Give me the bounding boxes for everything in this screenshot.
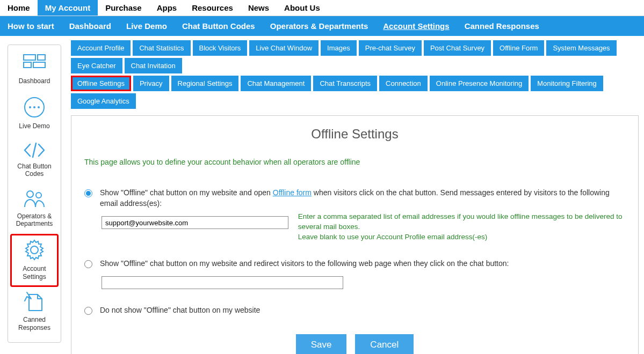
tab-chat-management[interactable]: Chat Management xyxy=(241,76,311,91)
topnav-resources[interactable]: Resources xyxy=(184,0,241,16)
operators-departments-icon xyxy=(10,189,59,209)
tab-block-visitors[interactable]: Block Visitors xyxy=(193,40,248,56)
sidebar-item-label: Operators & Departments xyxy=(10,212,59,228)
sub-nav: How to startDashboardLive DemoChat Butto… xyxy=(0,16,644,36)
topnav-apps[interactable]: Apps xyxy=(149,0,185,16)
tab-regional-settings[interactable]: Regional Settings xyxy=(171,76,239,91)
tab-chat-invitation[interactable]: Chat Invitation xyxy=(125,58,182,73)
account-settings-icon xyxy=(12,238,56,262)
svg-rect-2 xyxy=(24,62,31,68)
tab-post-chat-survey[interactable]: Post Chat Survey xyxy=(424,40,491,56)
option-redirect: Show "Offline" chat button on my website… xyxy=(84,259,625,269)
sidebar-item-operators-departments[interactable]: Operators & Departments xyxy=(8,185,61,234)
offline-settings-panel: Offline Settings This page allows you to… xyxy=(71,115,639,354)
content-area: Account ProfileChat StatisticsBlock Visi… xyxy=(66,40,644,354)
topnav-news[interactable]: News xyxy=(241,0,277,16)
subnav-live-demo[interactable]: Live Demo xyxy=(119,16,175,36)
tab-google-analytics[interactable]: Google Analytics xyxy=(71,93,136,109)
svg-point-10 xyxy=(31,246,38,254)
email-hint: Enter a comma separated list of email ad… xyxy=(298,212,625,242)
sidebar-item-canned-responses[interactable]: Canned Responses xyxy=(8,287,61,338)
option-offline-form-label: Show "Offline" chat button on my website… xyxy=(100,188,625,209)
option-redirect-label: Show "Offline" chat button on my website… xyxy=(100,259,625,269)
sidebar: DashboardLive DemoChat Button CodesOpera… xyxy=(8,45,61,343)
sidebar-item-dashboard[interactable]: Dashboard xyxy=(8,49,61,91)
settings-tabs-row1: Account ProfileChat StatisticsBlock Visi… xyxy=(71,40,639,73)
offline-form-link[interactable]: Offline form xyxy=(273,188,312,197)
tab-online-presence-monitoring[interactable]: Online Presence Monitoring xyxy=(430,76,529,91)
svg-point-7 xyxy=(38,106,40,108)
svg-point-6 xyxy=(33,106,35,108)
tab-images[interactable]: Images xyxy=(321,40,357,56)
tab-connection[interactable]: Connection xyxy=(379,76,428,91)
topnav-home[interactable]: Home xyxy=(0,0,38,16)
sidebar-item-live-demo[interactable]: Live Demo xyxy=(8,91,61,136)
panel-description: This page allows you to define your acco… xyxy=(84,158,625,166)
sidebar-item-label: Canned Responses xyxy=(10,316,59,331)
topnav-about-us[interactable]: About Us xyxy=(277,0,328,16)
cancel-button[interactable]: Cancel xyxy=(355,334,414,354)
svg-rect-1 xyxy=(38,55,45,60)
tab-pre-chat-survey[interactable]: Pre-chat Survey xyxy=(359,40,422,56)
save-button[interactable]: Save xyxy=(296,334,347,354)
tab-live-chat-window[interactable]: Live Chat Window xyxy=(249,40,319,56)
svg-rect-0 xyxy=(24,55,35,60)
subnav-account-settings[interactable]: Account Settings xyxy=(375,16,457,36)
option-hide: Do not show "Offline" chat button on my … xyxy=(84,305,625,316)
tab-chat-statistics[interactable]: Chat Statistics xyxy=(133,40,190,56)
chat-button-codes-icon xyxy=(10,141,59,159)
tab-chat-transcripts[interactable]: Chat Transcripts xyxy=(313,76,377,91)
offline-email-input[interactable] xyxy=(102,216,288,229)
subnav-operators-departments[interactable]: Operators & Departments xyxy=(263,16,376,36)
svg-point-8 xyxy=(27,191,33,197)
dashboard-icon xyxy=(10,54,59,74)
tab-system-messages[interactable]: System Messages xyxy=(546,40,616,56)
tab-monitoring-filtering[interactable]: Monitoring Filtering xyxy=(531,76,603,91)
radio-hide[interactable] xyxy=(84,307,92,315)
subnav-canned-responses[interactable]: Canned Responses xyxy=(457,16,547,36)
tab-offline-form[interactable]: Offline Form xyxy=(493,40,544,56)
subnav-chat-button-codes[interactable]: Chat Button Codes xyxy=(175,16,263,36)
panel-title: Offline Settings xyxy=(84,127,625,142)
sidebar-item-chat-button-codes[interactable]: Chat Button Codes xyxy=(8,137,61,185)
radio-redirect[interactable] xyxy=(84,260,92,268)
live-demo-icon xyxy=(10,95,59,119)
redirect-url-input[interactable] xyxy=(102,276,343,289)
tab-account-profile[interactable]: Account Profile xyxy=(71,40,131,56)
svg-rect-3 xyxy=(33,62,45,68)
sidebar-item-account-settings[interactable]: Account Settings xyxy=(10,234,59,287)
sidebar-item-label: Dashboard xyxy=(10,77,59,85)
settings-tabs-row2: Offline SettingsPrivacyRegional Settings… xyxy=(71,76,639,109)
sidebar-item-label: Account Settings xyxy=(12,265,56,281)
tab-offline-settings[interactable]: Offline Settings xyxy=(71,76,131,91)
top-nav: HomeMy AccountPurchaseAppsResourcesNewsA… xyxy=(0,0,644,16)
topnav-purchase[interactable]: Purchase xyxy=(98,0,149,16)
tab-eye-catcher[interactable]: Eye Catcher xyxy=(71,58,122,73)
sidebar-item-label: Live Demo xyxy=(10,122,59,130)
subnav-dashboard[interactable]: Dashboard xyxy=(62,16,119,36)
canned-responses-icon xyxy=(10,291,59,313)
option-offline-form: Show "Offline" chat button on my website… xyxy=(84,188,625,209)
subnav-how-to-start[interactable]: How to start xyxy=(0,16,62,36)
sidebar-item-label: Chat Button Codes xyxy=(10,163,59,178)
radio-offline-form[interactable] xyxy=(84,189,92,197)
tab-privacy[interactable]: Privacy xyxy=(133,76,169,91)
topnav-my-account[interactable]: My Account xyxy=(38,0,98,16)
svg-point-9 xyxy=(36,193,41,198)
option-hide-label: Do not show "Offline" chat button on my … xyxy=(100,305,625,316)
svg-point-5 xyxy=(29,106,31,108)
